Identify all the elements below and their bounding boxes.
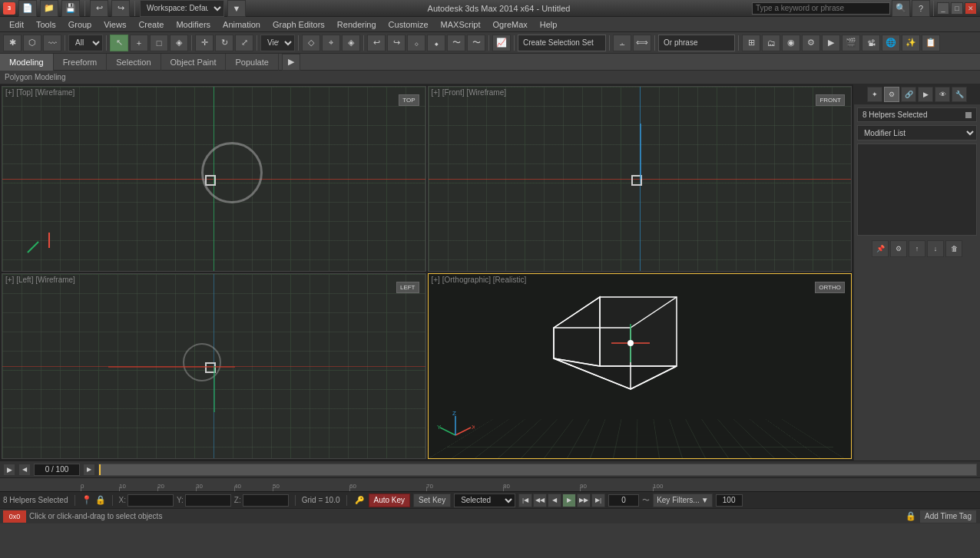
menu-maxscript[interactable]: MAXScript — [435, 17, 487, 32]
delete-modifier-btn[interactable]: 🗑 — [945, 240, 962, 257]
close-btn[interactable]: ✕ — [965, 2, 977, 15]
menu-rendering[interactable]: Rendering — [331, 17, 382, 32]
filter-dropdown[interactable]: All — [68, 35, 103, 51]
x-input[interactable] — [127, 494, 174, 507]
rpanel-modify-tab[interactable]: ⚙ — [884, 87, 899, 102]
y-input[interactable] — [185, 494, 231, 507]
auto-key-small-btn[interactable]: ⬥ — [427, 35, 445, 51]
mirror-btn[interactable]: ⫠ — [613, 35, 631, 51]
search-input[interactable] — [752, 2, 890, 15]
create-selection-set-btn[interactable]: Create Selection Set — [518, 35, 606, 51]
new-btn[interactable]: 📄 — [18, 0, 37, 17]
open-btn[interactable]: 📁 — [40, 0, 58, 17]
timeline-track[interactable] — [98, 464, 977, 476]
environment-btn[interactable]: 🌐 — [882, 35, 900, 51]
rpanel-display-tab[interactable]: 👁 — [935, 87, 950, 102]
pin-modifier-btn[interactable]: 📌 — [872, 240, 889, 257]
menu-graph-editors[interactable]: Graph Editors — [267, 17, 331, 32]
prev-frame-btn[interactable]: ◀ — [18, 464, 31, 476]
rect-select-btn[interactable]: □ — [150, 35, 168, 51]
save-btn[interactable]: 💾 — [61, 0, 80, 17]
menu-views[interactable]: Views — [98, 17, 132, 32]
viewport-ortho[interactable]: [+] [Orthographic] [Realistic] — [428, 273, 853, 459]
help-btn[interactable]: ? — [912, 0, 930, 17]
or-phrase-btn[interactable]: Or phrase — [658, 35, 735, 51]
render-last-btn[interactable]: 📽 — [862, 35, 880, 51]
end-frame-input[interactable] — [716, 494, 743, 507]
menu-ogremax[interactable]: OgreMax — [487, 17, 534, 32]
filter-curves-btn[interactable]: 〜 — [447, 35, 465, 51]
snap-toggle-btn[interactable]: ◇ — [302, 35, 320, 51]
tab-selection[interactable]: Selection — [107, 54, 161, 71]
add-time-tag-btn[interactable]: Add Time Tag — [919, 510, 977, 523]
set-key-btn[interactable]: ⬦ — [407, 35, 425, 51]
modifier-up-btn[interactable]: ↑ — [909, 240, 925, 257]
angle-snap-btn[interactable]: ⌖ — [322, 35, 340, 51]
play-fwd-btn[interactable]: ▶ — [562, 494, 576, 507]
move-btn[interactable]: ✛ — [195, 35, 214, 51]
selected-dropdown[interactable]: Selected — [454, 494, 515, 507]
set-key-button[interactable]: Set Key — [413, 494, 451, 507]
go-end-btn[interactable]: ▶| — [591, 494, 605, 507]
modifier-list-dropdown[interactable]: Modifier List — [857, 125, 977, 140]
undo-btn[interactable]: ↩ — [90, 0, 108, 17]
render-active-btn[interactable]: 🎬 — [842, 35, 860, 51]
viewport-lock-icon[interactable]: 🔒 — [906, 511, 916, 521]
menu-help[interactable]: Help — [534, 17, 564, 32]
tab-modeling[interactable]: Modeling — [0, 54, 54, 71]
menu-customize[interactable]: Customize — [382, 17, 435, 32]
workspace-expand[interactable]: ▼ — [227, 0, 246, 17]
select-btn[interactable]: ↖ — [110, 35, 128, 51]
viewport-top[interactable]: [+] [Top] [Wireframe] TOP — [2, 86, 426, 272]
effects-btn[interactable]: ✨ — [902, 35, 920, 51]
freehand-select-btn[interactable]: 〰 — [43, 35, 61, 51]
align-btn[interactable]: ⟺ — [633, 35, 651, 51]
render-message-btn[interactable]: 📋 — [922, 35, 940, 51]
material-editor-btn[interactable]: ◉ — [782, 35, 800, 51]
key-filters-button[interactable]: Key Filters... ▼ — [653, 494, 712, 507]
scene-explorer-btn[interactable]: 🗂 — [762, 35, 780, 51]
current-frame-input[interactable] — [608, 494, 639, 507]
menu-group[interactable]: Group — [62, 17, 98, 32]
filter-curves2-btn[interactable]: 〜 — [467, 35, 485, 51]
rpanel-create-tab[interactable]: ✦ — [867, 87, 882, 102]
redo-scene-btn[interactable]: ↪ — [387, 35, 406, 51]
viewport-left[interactable]: [+] [Left] [Wireframe] LEFT — [2, 273, 426, 459]
workspace-dropdown[interactable]: Workspace: Default — [140, 0, 224, 17]
redo-btn[interactable]: ↪ — [111, 0, 130, 17]
view-dropdown[interactable]: View — [260, 35, 295, 51]
render-setup-btn[interactable]: ⚙ — [802, 35, 820, 51]
percent-snap-btn[interactable]: ◈ — [342, 35, 360, 51]
next-frame-btn[interactable]: ▶ — [83, 464, 95, 476]
rpanel-utilities-tab[interactable]: 🔧 — [952, 87, 967, 102]
select-tool-btn[interactable]: ✱ — [3, 35, 22, 51]
rpanel-motion-tab[interactable]: ▶ — [918, 87, 933, 102]
minimize-btn[interactable]: _ — [937, 2, 949, 15]
lock-icon[interactable]: 🔒 — [95, 495, 106, 505]
play-back-btn[interactable]: ◀ — [548, 494, 561, 507]
select-move-btn[interactable]: + — [130, 35, 148, 51]
select-region-btn[interactable]: ◈ — [170, 35, 188, 51]
play-controls-expand[interactable]: ▶ — [3, 464, 15, 476]
tab-populate[interactable]: Populate — [226, 54, 278, 71]
configure-modifier-btn[interactable]: ⚙ — [890, 240, 907, 257]
tab-object-paint[interactable]: Object Paint — [161, 54, 227, 71]
z-input[interactable] — [243, 494, 289, 507]
rpanel-hierarchy-tab[interactable]: 🔗 — [901, 87, 916, 102]
viewport-front[interactable]: [+] [Front] [Wireframe] FRONT — [428, 86, 853, 272]
go-start-btn[interactable]: |◀ — [518, 494, 532, 507]
menu-animation[interactable]: Animation — [217, 17, 267, 32]
rotate-btn[interactable]: ↻ — [215, 35, 233, 51]
undo-scene-btn[interactable]: ↩ — [367, 35, 386, 51]
menu-edit[interactable]: Edit — [3, 17, 30, 32]
tab-freeform[interactable]: Freeform — [54, 54, 108, 71]
next-key-btn[interactable]: ▶▶ — [577, 494, 591, 507]
region-select-btn[interactable]: ⬡ — [23, 35, 41, 51]
auto-key-button[interactable]: Auto Key — [369, 494, 411, 507]
menu-modifiers[interactable]: Modifiers — [170, 17, 217, 32]
search-btn[interactable]: 🔍 — [892, 0, 910, 17]
menu-tools[interactable]: Tools — [30, 17, 62, 32]
tab-more-btn[interactable]: ▶ — [282, 54, 300, 71]
prev-key-btn[interactable]: ◀◀ — [533, 494, 547, 507]
layer-manager-btn[interactable]: ⊞ — [742, 35, 760, 51]
